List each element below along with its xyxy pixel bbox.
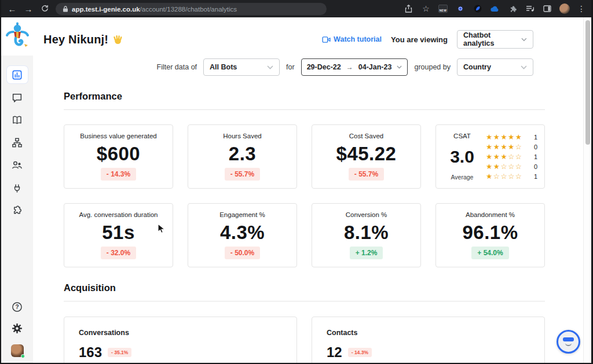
performance-section-title: Performance (64, 91, 545, 110)
chevron-down-icon (521, 38, 527, 42)
reload-button[interactable] (39, 5, 50, 13)
stars-empty: ☆☆☆☆ (493, 172, 523, 181)
book-icon (12, 115, 23, 126)
bookmark-star-icon[interactable]: ☆ (421, 4, 431, 14)
browser-toolbar-icons: ☆ NEW ⋮ (404, 3, 585, 14)
side-panel-icon[interactable] (542, 4, 552, 14)
filter-label: Filter data of (157, 63, 197, 71)
sidebar-item-analytics[interactable] (7, 66, 28, 83)
group-by-value: Country (463, 63, 491, 71)
header-right: Watch tutorial You are viewing Chatbot a… (322, 30, 533, 49)
address-bar[interactable]: app.test.i-genie.co.uk/account/13288/cha… (56, 3, 327, 15)
back-button[interactable]: ← (7, 5, 17, 13)
metric-delta-badge: - 50.0% (225, 247, 260, 259)
watch-tutorial-label: Watch tutorial (334, 35, 382, 43)
extension-new-icon[interactable]: NEW (438, 5, 448, 13)
genie-logo[interactable] (1, 17, 33, 56)
settings-gear-icon[interactable] (12, 323, 23, 334)
chevron-down-icon (521, 65, 527, 69)
watch-tutorial-link[interactable]: Watch tutorial (322, 35, 382, 43)
online-status-dot (21, 354, 25, 358)
csat-row-5-star: ★★★★★1 (486, 133, 539, 141)
browser-profile-avatar[interactable] (559, 3, 570, 14)
sidebar-item-apps[interactable] (7, 201, 28, 219)
date-start: 29-Dec-22 (307, 63, 341, 71)
sidebar-item-conversations[interactable] (7, 89, 28, 106)
performance-cards-row-2: Avg. conversation duration 51s - 32.0% E… (64, 203, 545, 267)
metric-delta-badge: - 55.7% (349, 168, 384, 181)
user-avatar[interactable] (11, 344, 24, 357)
metric-card-abandonment: Abandonment % 96.1% + 54.0% (435, 203, 545, 267)
acquisition-section-title: Acquisition (64, 282, 545, 302)
star-count: 1 (534, 153, 539, 160)
sidebar-item-bot-builder[interactable] (7, 134, 28, 151)
metric-label: Abandonment % (466, 211, 515, 218)
sidebar-item-integrations[interactable] (7, 179, 28, 196)
acquisition-delta-badge: - 35.1% (108, 348, 131, 357)
metric-card-engagement: Engagement % 4.3% - 50.0% (188, 203, 297, 267)
extension-flower-icon[interactable] (455, 4, 465, 14)
page-scrollbar (583, 17, 591, 364)
metric-value: 2.3 (229, 144, 256, 163)
sidebar-item-contacts[interactable] (7, 156, 28, 174)
grouped-by-label: grouped by (414, 63, 451, 71)
sidebar: ? (1, 17, 33, 364)
url-path: /account/13288/chatbot/analytics (140, 6, 237, 13)
csat-row-3-star: ★★★☆☆1 (486, 152, 539, 161)
plug-icon (12, 182, 23, 193)
csat-star-histogram: ★★★★★1 ★★★★☆0 ★★★☆☆1 ★★☆☆☆0 ★☆☆☆☆1 (486, 133, 539, 181)
stars-empty: ☆ (515, 143, 523, 151)
acquisition-value: 163 (79, 344, 102, 361)
browser-window: ← → app.test.i-genie.co.uk/account/13288… (0, 0, 593, 364)
forward-button[interactable]: → (23, 5, 34, 13)
scrollbar-thumb[interactable] (585, 20, 590, 145)
chatbot-smile-icon (565, 343, 572, 346)
chevron-down-icon (267, 65, 273, 69)
metric-delta-badge: - 32.0% (101, 247, 136, 259)
acquisition-delta-badge: - 14.3% (348, 348, 372, 357)
star-count: 0 (534, 163, 539, 170)
acquisition-card-conversations: Conversations 163 - 35.1% (64, 317, 297, 364)
extension-cloud-icon[interactable] (490, 4, 500, 14)
metric-label: Avg. conversation duration (79, 211, 158, 218)
view-selector[interactable]: Chatbot analytics (457, 30, 533, 49)
sitemap-icon (12, 137, 23, 148)
url-domain: app.test.i-genie.co.uk (72, 6, 140, 13)
metric-label: Engagement % (219, 211, 265, 218)
group-by-select[interactable]: Country (457, 58, 533, 76)
analytics-icon (12, 69, 23, 80)
metric-card-business-value: Business value generated $600 - 14.3% (64, 124, 173, 189)
metric-value: $600 (97, 144, 140, 163)
sidebar-item-knowledge-base[interactable] (7, 111, 28, 128)
waving-hand-icon (112, 34, 123, 45)
help-icon[interactable]: ? (12, 302, 23, 312)
chatbot-face-icon (563, 337, 574, 341)
stars-filled: ★★★★ (486, 143, 515, 151)
star-count: 1 (534, 134, 539, 141)
metric-card-avg-duration: Avg. conversation duration 51s - 32.0% (64, 203, 173, 267)
metric-label: Business value generated (80, 133, 156, 139)
csat-card: CSAT 3.0 Average ★★★★★1 ★★★★☆0 ★★★☆☆1 ★★… (435, 124, 545, 189)
page-header: Hey Nikunj! Watch tutorial You are viewi… (43, 30, 533, 49)
extension-swoosh-icon[interactable] (473, 4, 482, 14)
reading-list-icon[interactable] (525, 4, 535, 14)
extensions-puzzle-icon[interactable] (507, 4, 517, 14)
browser-chrome: ← → app.test.i-genie.co.uk/account/13288… (1, 0, 591, 17)
sidebar-nav (7, 66, 28, 219)
metric-card-cost-saved: Cost Saved $45.22 - 55.7% (312, 124, 421, 189)
acquisition-value: 12 (327, 344, 342, 361)
browser-menu-icon[interactable]: ⋮ (577, 4, 585, 13)
share-icon[interactable] (404, 4, 413, 14)
metric-label: Cost Saved (349, 133, 383, 139)
metric-delta-badge: + 1.2% (350, 247, 383, 259)
metric-value: 51s (102, 223, 135, 242)
acquisition-card-contacts: Contacts 12 - 14.3% (312, 317, 545, 364)
date-range-picker[interactable]: 29-Dec-22 → 04-Jan-23 (301, 58, 408, 76)
acquisition-cards: Conversations 163 - 35.1% Contacts 12 - … (64, 317, 545, 364)
video-camera-icon (322, 36, 331, 43)
metric-value: 4.3% (220, 223, 265, 242)
stars-filled: ★★★ (486, 153, 508, 161)
metric-delta-badge: - 55.7% (225, 168, 260, 181)
bot-filter-select[interactable]: All Bots (203, 58, 280, 76)
chatbot-launcher-button[interactable] (557, 330, 580, 354)
